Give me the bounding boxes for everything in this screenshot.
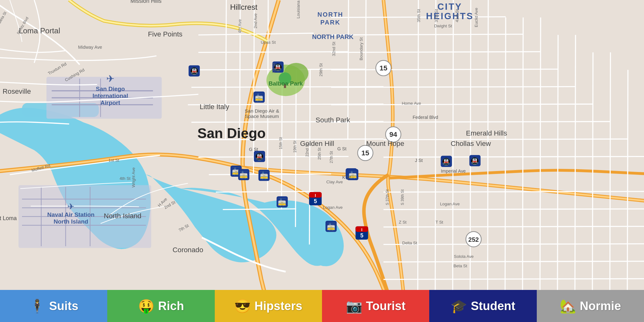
svg-text:15th St: 15th St	[279, 137, 283, 149]
svg-line-24	[209, 174, 331, 175]
svg-text:Euclid Ave: Euclid Ave	[474, 8, 479, 27]
svg-text:PARK: PARK	[320, 19, 341, 26]
svg-line-25	[216, 192, 314, 192]
svg-text:37th St: 37th St	[434, 9, 439, 22]
svg-text:5: 5	[314, 198, 317, 204]
svg-line-59	[540, 18, 541, 322]
svg-text:5: 5	[360, 232, 364, 239]
svg-text:32nd St: 32nd St	[331, 42, 336, 56]
svg-text:252: 252	[468, 236, 479, 243]
student-label: Student	[471, 299, 515, 313]
svg-text:Mount Hope: Mount Hope	[366, 140, 404, 147]
svg-line-38	[383, 226, 644, 227]
tab-rich[interactable]: 🤑 Rich	[107, 290, 214, 322]
svg-line-36	[383, 192, 644, 192]
svg-text:Louisiana St: Louisiana St	[296, 0, 301, 19]
svg-line-54	[452, 0, 453, 322]
svg-text:Chollas View: Chollas View	[451, 140, 491, 147]
svg-text:1st St: 1st St	[271, 63, 276, 73]
svg-line-64	[627, 70, 628, 322]
svg-line-57	[505, 18, 506, 322]
svg-text:🚋: 🚋	[278, 198, 286, 207]
svg-text:South Park: South Park	[315, 116, 350, 124]
svg-text:🚇: 🚇	[470, 157, 479, 165]
svg-text:1st St: 1st St	[108, 158, 119, 163]
svg-text:Five Points: Five Points	[148, 30, 182, 38]
svg-line-56	[487, 0, 488, 322]
svg-text:4th Ave: 4th Ave	[237, 19, 242, 33]
svg-text:Beta St: Beta St	[453, 264, 467, 268]
svg-text:15: 15	[380, 64, 387, 72]
svg-line-53	[435, 0, 436, 322]
svg-text:Base Point Loma: Base Point Loma	[0, 215, 17, 221]
suits-label: Suits	[49, 299, 78, 313]
svg-text:Home Ave: Home Ave	[402, 101, 421, 106]
svg-line-49	[309, 70, 310, 244]
svg-text:Federal Blvd: Federal Blvd	[413, 115, 438, 120]
tab-normie[interactable]: 🏡 Normie	[537, 290, 644, 322]
student-emoji: 🎓	[451, 298, 467, 314]
svg-text:Solola Ave: Solola Ave	[454, 254, 474, 259]
tab-tourist[interactable]: 📷 Tourist	[322, 290, 429, 322]
svg-text:Naval Air Station: Naval Air Station	[47, 211, 94, 218]
svg-text:✈: ✈	[106, 73, 114, 84]
svg-text:🚇: 🚇	[442, 158, 451, 166]
svg-line-30	[331, 69, 558, 70]
svg-line-23	[198, 157, 349, 157]
svg-line-40	[383, 261, 644, 262]
svg-line-37	[383, 209, 644, 209]
svg-line-62	[592, 53, 593, 322]
svg-text:🚋: 🚋	[327, 223, 336, 231]
svg-line-60	[558, 35, 558, 322]
svg-line-41	[383, 279, 644, 279]
svg-text:I: I	[315, 193, 316, 198]
svg-line-58	[523, 18, 523, 322]
svg-text:T St: T St	[436, 220, 443, 225]
svg-text:K St: K St	[342, 175, 351, 180]
svg-text:🚇: 🚇	[190, 67, 199, 75]
svg-text:HEIGHTS: HEIGHTS	[426, 11, 474, 21]
svg-text:15: 15	[361, 149, 369, 157]
rich-label: Rich	[158, 299, 184, 313]
svg-text:Clay Ave: Clay Ave	[326, 180, 343, 184]
svg-text:Logan Ave: Logan Ave	[323, 205, 343, 210]
svg-text:🚋: 🚋	[239, 171, 248, 179]
svg-text:41st St: 41st St	[455, 9, 459, 22]
svg-line-39	[383, 244, 644, 244]
svg-text:Imperial Ave: Imperial Ave	[441, 169, 466, 174]
svg-text:G St: G St	[337, 146, 347, 151]
svg-text:🚇: 🚇	[255, 153, 264, 161]
svg-text:35th St: 35th St	[416, 9, 421, 22]
svg-text:Dwight St: Dwight St	[434, 24, 452, 28]
svg-text:North Island: North Island	[104, 212, 142, 220]
svg-line-28	[331, 34, 523, 35]
svg-text:Z St: Z St	[399, 220, 407, 225]
tourist-emoji: 📷	[346, 298, 362, 314]
svg-text:Space Museum: Space Museum	[245, 114, 279, 119]
svg-text:Roseville: Roseville	[3, 87, 31, 95]
svg-text:2nd Ave: 2nd Ave	[253, 14, 258, 29]
svg-line-32	[331, 104, 593, 105]
svg-line-46	[268, 0, 268, 192]
svg-text:S 39th St: S 39th St	[400, 189, 405, 205]
svg-text:Little Italy: Little Italy	[200, 103, 230, 111]
svg-text:🚋: 🚋	[260, 171, 269, 180]
svg-text:Delta St: Delta St	[402, 241, 417, 245]
svg-text:Airport: Airport	[100, 99, 120, 106]
svg-text:4th St: 4th St	[119, 176, 130, 181]
svg-text:29th St: 29th St	[319, 63, 323, 76]
normie-label: Normie	[580, 299, 621, 313]
svg-text:J St: J St	[415, 158, 423, 163]
tab-bar: 🕴️ Suits 🤑 Rich 😎 Hipsters 📷 Tourist 🎓 S…	[0, 290, 644, 322]
tab-suits[interactable]: 🕴️ Suits	[0, 290, 107, 322]
svg-text:Loma Portal: Loma Portal	[19, 26, 60, 35]
svg-line-61	[575, 35, 575, 322]
tab-hipsters[interactable]: 😎 Hipsters	[215, 290, 322, 322]
tab-student[interactable]: 🎓 Student	[429, 290, 536, 322]
svg-text:19th St: 19th St	[293, 141, 297, 153]
svg-text:San Diego Air &: San Diego Air &	[245, 108, 279, 114]
svg-text:27th St: 27th St	[329, 151, 334, 163]
svg-text:Hillcrest: Hillcrest	[230, 3, 258, 11]
svg-text:Logan Ave: Logan Ave	[440, 202, 460, 206]
svg-text:Wright Ave: Wright Ave	[131, 167, 136, 187]
